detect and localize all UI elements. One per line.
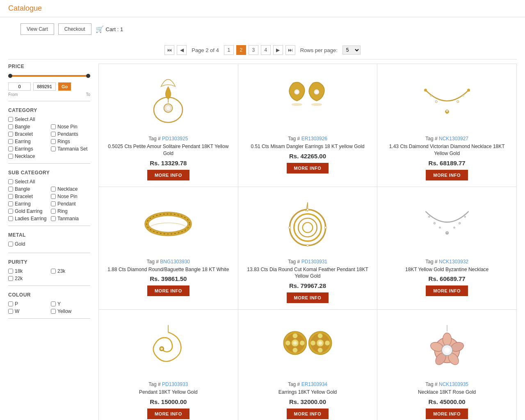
product-name-5: 13.83 Cts Dia Round Cut Komal Feather Pe… xyxy=(242,266,373,280)
product-price-8: Rs. 32000.00 xyxy=(289,398,326,405)
product-tag-link-3[interactable]: NCK1303927 xyxy=(439,136,468,142)
product-card-6: Tag # NCK1303932 18KT Yellow Gold Byzant… xyxy=(377,187,516,310)
page-1-button[interactable]: 1 xyxy=(224,45,234,55)
sub-category-select-all[interactable]: Select All xyxy=(8,179,90,185)
sub-ring[interactable]: Ring xyxy=(51,208,90,214)
svg-point-33 xyxy=(459,222,460,224)
sub-tanmania[interactable]: Tanmania xyxy=(51,216,90,221)
sub-bangle[interactable]: Bangle xyxy=(8,186,48,192)
colour-p[interactable]: P xyxy=(8,301,48,307)
product-tag-link-9[interactable]: NCK1303935 xyxy=(439,381,468,387)
page-3-button[interactable]: 3 xyxy=(249,45,258,55)
header: Catalogue xyxy=(0,0,525,17)
price-go-button[interactable]: Go xyxy=(58,82,71,91)
category-select-all-checkbox[interactable] xyxy=(8,117,13,122)
category-bangle[interactable]: Bangle xyxy=(8,124,48,130)
more-info-button-4[interactable]: MORE INFO xyxy=(147,285,189,296)
purity-22k[interactable]: 22k xyxy=(8,276,48,281)
prev-page-button[interactable]: ◀ xyxy=(177,45,187,55)
more-info-button-5[interactable]: MORE INFO xyxy=(287,292,329,303)
category-necklace[interactable]: Necklace xyxy=(8,153,48,159)
more-info-button-9[interactable]: MORE INFO xyxy=(426,409,468,419)
next-page-button[interactable]: ▶ xyxy=(273,45,283,55)
sub-pendant[interactable]: Pendant xyxy=(51,201,90,207)
product-card-2: Tag # ER1303926 0.51 Cts Misam Dangler E… xyxy=(238,64,377,187)
sub-category-select-all-checkbox[interactable] xyxy=(8,179,13,184)
category-earring[interactable]: Earring xyxy=(8,139,48,144)
sub-ladies-earring[interactable]: Ladies Earring xyxy=(8,216,48,221)
more-info-button-7[interactable]: MORE INFO xyxy=(147,409,189,419)
product-tag-link-5[interactable]: PD1303931 xyxy=(301,259,327,265)
category-select-all[interactable]: Select All xyxy=(8,116,90,122)
svg-point-15 xyxy=(430,95,432,96)
svg-point-35 xyxy=(453,227,455,228)
more-info-button-8[interactable]: MORE INFO xyxy=(287,409,329,419)
price-to-input[interactable]: 889291 xyxy=(33,82,56,91)
slider-thumb-left[interactable] xyxy=(8,74,12,78)
price-from-input[interactable]: 0 xyxy=(8,82,31,91)
last-page-button[interactable]: ⏭ xyxy=(285,45,295,55)
sub-category-select-all-label: Select All xyxy=(15,179,35,185)
svg-point-57 xyxy=(443,333,451,346)
more-info-button-1[interactable]: MORE INFO xyxy=(147,170,189,180)
category-pendants[interactable]: Pendants xyxy=(51,131,90,137)
purity-18k[interactable]: 18k xyxy=(8,268,48,274)
category-nose-pin[interactable]: Nose Pin xyxy=(51,124,90,130)
product-tag-link-4[interactable]: BNG1303930 xyxy=(160,259,190,265)
metal-gold-checkbox[interactable] xyxy=(8,242,13,247)
product-tag-link-6[interactable]: NCK1303932 xyxy=(439,259,468,265)
more-info-button-3[interactable]: MORE INFO xyxy=(426,170,468,180)
page-2-button[interactable]: 2 xyxy=(236,45,246,55)
colour-w[interactable]: W xyxy=(8,308,48,314)
svg-point-46 xyxy=(300,340,305,345)
more-info-button-6[interactable]: MORE INFO xyxy=(426,285,468,296)
view-cart-button[interactable]: View Cart xyxy=(21,23,54,35)
main-layout: PRICE 0 889291 Go From To xyxy=(0,59,525,420)
product-tag-link-7[interactable]: PD1303933 xyxy=(162,381,188,387)
product-image-1 xyxy=(139,74,197,128)
more-info-button-2[interactable]: MORE INFO xyxy=(287,163,329,173)
category-earrings[interactable]: Earrings xyxy=(8,146,48,152)
price-filter-title: PRICE xyxy=(8,64,90,69)
product-tag-1: Tag # PD1303925 xyxy=(148,136,188,142)
product-card-8: Tag # ER1303934 Earrings 18KT Yellow Gol… xyxy=(238,310,377,420)
colour-yellow[interactable]: Yellow xyxy=(51,308,90,314)
purity-23k[interactable]: 23k xyxy=(51,268,90,274)
product-price-5: Rs. 79967.28 xyxy=(289,282,326,289)
sub-bracelet[interactable]: Bracelet xyxy=(8,194,48,199)
first-page-button[interactable]: ⏮ xyxy=(164,45,174,55)
product-card-4: Tag # BNG1303930 1.88 Cts Diamond Round/… xyxy=(99,187,238,310)
colour-y[interactable]: Y xyxy=(51,301,90,307)
sub-earring[interactable]: Earring xyxy=(8,201,48,207)
category-bracelet[interactable]: Bracelet xyxy=(8,131,48,137)
category-checkbox-grid: Bangle Nose Pin Bracelet Pendants Earrin… xyxy=(8,124,90,159)
product-name-2: 0.51 Cts Misam Dangler Earrings 18 KT ye… xyxy=(251,143,364,150)
svg-point-39 xyxy=(161,348,163,350)
svg-point-63 xyxy=(444,347,450,353)
page-4-button[interactable]: 4 xyxy=(261,45,271,55)
slider-thumb-right[interactable] xyxy=(86,74,90,78)
svg-point-16 xyxy=(462,95,464,96)
category-tanmania-set[interactable]: Tanmania Set xyxy=(51,146,90,152)
product-price-6: Rs. 60689.77 xyxy=(429,275,466,282)
category-filter-title: CATEGORY xyxy=(8,107,90,113)
category-rings[interactable]: Rings xyxy=(51,139,90,144)
product-price-3: Rs. 68189.77 xyxy=(429,160,466,167)
product-tag-link-8[interactable]: ER1303934 xyxy=(301,381,327,387)
metal-gold[interactable]: Gold xyxy=(8,241,90,247)
rows-per-page-select[interactable]: 5 10 15 20 xyxy=(342,46,361,55)
sub-necklace[interactable]: Necklace xyxy=(51,186,90,192)
sub-nose-pin[interactable]: Nose Pin xyxy=(51,194,90,199)
sub-category-filter: SUB CATEGORY Select All Bangle Necklace … xyxy=(8,170,90,226)
checkout-button[interactable]: Checkout xyxy=(58,23,91,35)
product-tag-link-2[interactable]: ER1303926 xyxy=(301,136,327,142)
sub-gold-earring[interactable]: Gold Earring xyxy=(8,208,48,214)
product-tag-link-1[interactable]: PD1303925 xyxy=(162,136,188,142)
top-bar: View Cart Checkout 🛒 Cart : 1 xyxy=(0,17,525,41)
svg-point-7 xyxy=(292,103,302,106)
svg-point-11 xyxy=(467,89,470,91)
product-image-area-8 xyxy=(242,316,373,377)
svg-point-28 xyxy=(306,244,308,246)
product-image-3 xyxy=(418,74,476,128)
product-image-area-9 xyxy=(381,316,512,377)
